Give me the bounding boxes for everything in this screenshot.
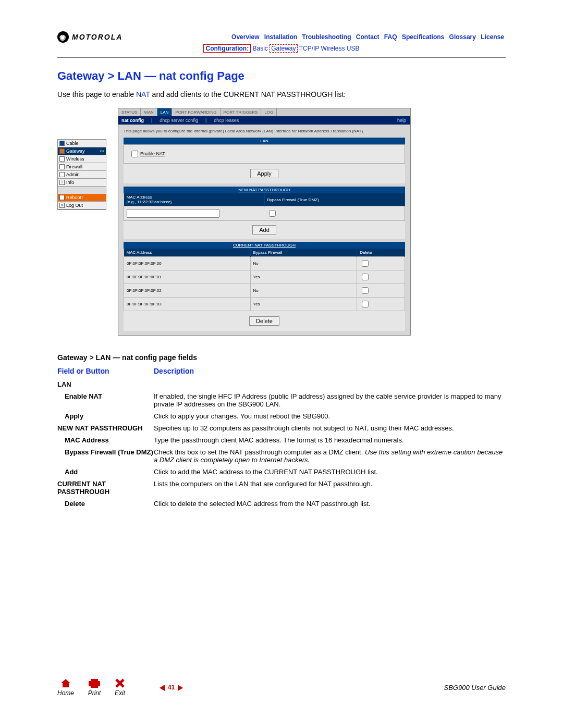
- nav-overview[interactable]: Overview: [231, 33, 259, 41]
- field-label: Apply: [57, 412, 154, 420]
- sidenav-logout[interactable]: XLog Out: [58, 202, 106, 209]
- svg-marker-0: [61, 679, 70, 687]
- subnav-tcpip[interactable]: TCP/IP: [299, 45, 319, 52]
- subtab-dhcpleases[interactable]: dhcp leases: [214, 118, 239, 123]
- guide-title: SBG900 User Guide: [444, 684, 506, 692]
- tab-log[interactable]: LOG: [261, 108, 277, 116]
- sidenav-reboot[interactable]: Reboot!: [58, 194, 106, 202]
- field-label: Enable NAT: [57, 392, 154, 408]
- field-label: Delete: [57, 500, 154, 508]
- nav-specifications[interactable]: Specifications: [402, 33, 444, 41]
- field-label: Bypass Firewall (True DMZ): [57, 448, 154, 464]
- table-row: 0F:0F:0F:0F:0F:02No: [124, 284, 405, 298]
- top-nav: Overview Installation Troubleshooting Co…: [123, 33, 506, 41]
- shot-description: This page allows you to configure the In…: [124, 129, 405, 133]
- subnav-usb[interactable]: USB: [347, 45, 360, 52]
- delete-checkbox[interactable]: [362, 274, 369, 280]
- field-label: NEW NAT PASSTHROUGH: [57, 424, 154, 432]
- field-label: Add: [57, 468, 154, 476]
- current-nat-header: CURRENT NAT PASSTHROUGH: [124, 242, 405, 249]
- lan-section-header: LAN: [124, 138, 405, 144]
- apply-button[interactable]: Apply: [250, 169, 278, 178]
- field-label: LAN: [57, 380, 154, 388]
- delete-checkbox[interactable]: [362, 287, 369, 294]
- sidenav-wireless[interactable]: Wireless: [58, 155, 106, 163]
- field-label: MAC Address: [57, 436, 154, 444]
- add-button[interactable]: Add: [252, 225, 276, 235]
- mac-input[interactable]: [127, 209, 219, 218]
- nav-license[interactable]: License: [481, 33, 504, 41]
- sidenav-cable[interactable]: Cable: [58, 140, 106, 147]
- nat-link[interactable]: NAT: [136, 90, 150, 98]
- prev-page-icon[interactable]: [160, 685, 165, 691]
- table-row: 0F:0F:0F:0F:0F:03Yes: [124, 298, 405, 311]
- subnav-basic[interactable]: Basic: [252, 45, 267, 52]
- subnav-gateway[interactable]: Gateway: [270, 44, 297, 53]
- config-screenshot: STATUS WAN LAN PORT FORWARDING PORT TRIG…: [118, 108, 411, 336]
- col-field: Field or Button: [57, 367, 154, 375]
- subnav-configuration[interactable]: Configuration:: [203, 44, 251, 53]
- brand-logo: ◉MOTOROLA: [57, 31, 123, 43]
- delete-button[interactable]: Delete: [249, 316, 279, 326]
- subtab-natconfig[interactable]: nat config: [121, 118, 144, 123]
- svg-rect-2: [91, 679, 98, 681]
- sidenav-gateway[interactable]: Gateway›››: [58, 147, 106, 155]
- delete-checkbox[interactable]: [362, 260, 369, 267]
- tab-porttrig[interactable]: PORT TRIGGERS: [221, 108, 262, 116]
- nav-installation[interactable]: Installation: [264, 33, 297, 41]
- sub-nav: Configuration: Basic Gateway TCP/IP Wire…: [57, 45, 506, 52]
- tab-wan[interactable]: WAN: [141, 108, 157, 116]
- page-nav[interactable]: 41: [160, 684, 444, 691]
- page-title: Gateway > LAN — nat config Page: [57, 69, 506, 83]
- svg-rect-3: [91, 685, 98, 688]
- table-row: 0F:0F:0F:0F:0F:00No: [124, 257, 405, 270]
- col-desc: Description: [154, 367, 194, 375]
- sidenav-admin[interactable]: Admin: [58, 171, 106, 179]
- bypass-checkbox[interactable]: [269, 210, 276, 217]
- tab-status[interactable]: STATUS: [118, 108, 141, 116]
- fields-table-title: Gateway > LAN — nat config page fields: [57, 353, 506, 362]
- subtab-dhcpserver[interactable]: dhcp server config: [160, 118, 198, 123]
- nav-troubleshooting[interactable]: Troubleshooting: [302, 33, 351, 41]
- tab-portfwd[interactable]: PORT FORWARDING: [172, 108, 220, 116]
- print-button[interactable]: Print: [88, 678, 101, 697]
- intro-text: Use this page to enable NAT and add clie…: [57, 90, 506, 98]
- tab-lan[interactable]: LAN: [157, 108, 173, 116]
- sidenav-firewall[interactable]: Firewall: [58, 163, 106, 171]
- screenshot-sidenav: Cable Gateway››› Wireless Firewall Admin…: [57, 139, 106, 210]
- sidenav-info[interactable]: iInfo: [58, 179, 106, 187]
- exit-button[interactable]: Exit: [115, 678, 125, 697]
- nav-glossary[interactable]: Glossary: [449, 33, 476, 41]
- help-link[interactable]: help: [397, 118, 406, 123]
- subnav-wireless[interactable]: Wireless: [321, 45, 345, 52]
- enable-nat-checkbox[interactable]: Enable NAT: [129, 151, 165, 156]
- delete-checkbox[interactable]: [362, 301, 369, 307]
- nav-contact[interactable]: Contact: [356, 33, 380, 41]
- field-label: CURRENT NAT PASSTHROUGH: [57, 480, 154, 496]
- new-nat-header: NEW NAT PASSTHROUGH: [124, 187, 405, 193]
- next-page-icon[interactable]: [178, 685, 183, 691]
- home-button[interactable]: Home: [57, 678, 74, 697]
- table-row: 0F:0F:0F:0F:0F:01Yes: [124, 270, 405, 284]
- nav-faq[interactable]: FAQ: [384, 33, 397, 41]
